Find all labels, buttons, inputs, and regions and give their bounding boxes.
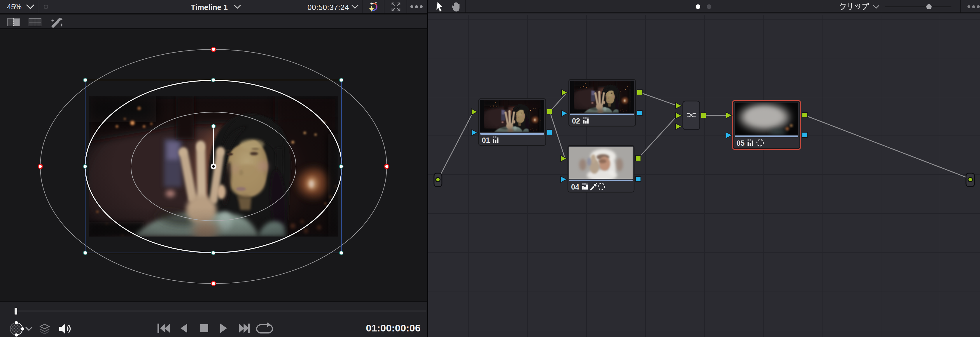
svg-text:05: 05 [737, 139, 745, 147]
svg-text:01:00:00:06: 01:00:00:06 [366, 323, 421, 334]
svg-text:04: 04 [571, 183, 579, 191]
svg-text:01: 01 [482, 136, 490, 144]
svg-text:02: 02 [572, 117, 580, 125]
